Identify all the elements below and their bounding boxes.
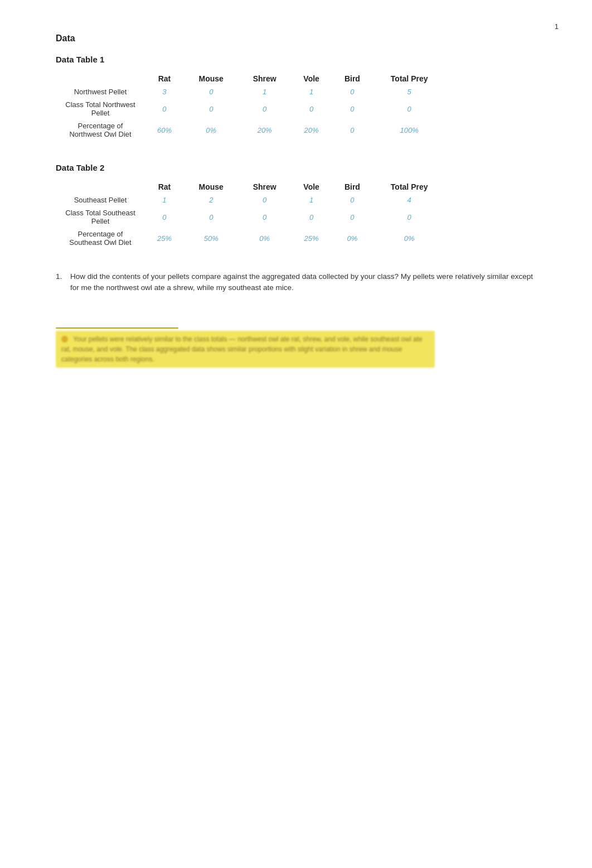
table2-col-total: Total Prey — [372, 180, 446, 194]
table1-row-2: Percentage of Northwest Owl Diet 60% 0% … — [56, 119, 446, 141]
table1-row1-bird: 0 — [332, 98, 372, 119]
table2-header-row: Rat Mouse Shrew Vole Bird Total Prey — [56, 180, 446, 194]
table1-row2-label: Percentage of Northwest Owl Diet — [56, 119, 145, 141]
table2-row0-total: 4 — [372, 194, 446, 206]
table2-row2-shrew: 0% — [239, 228, 291, 249]
table1-col-shrew: Shrew — [239, 72, 291, 85]
question-1-number: 1. — [56, 271, 66, 294]
table2-row0-bird: 0 — [332, 194, 372, 206]
table2-row0-mouse: 2 — [184, 194, 239, 206]
table1-row0-total: 5 — [372, 85, 446, 98]
table1: Rat Mouse Shrew Vole Bird Total Prey Nor… — [56, 72, 446, 141]
table2-row0-shrew: 0 — [239, 194, 291, 206]
table1-row0-label: Northwest Pellet — [56, 85, 145, 98]
table1-row1-total: 0 — [372, 98, 446, 119]
table1-row2-vole: 20% — [291, 119, 332, 141]
table2-col-rat: Rat — [145, 180, 184, 194]
table1-row2-mouse: 0% — [184, 119, 239, 141]
page-number: 1 — [555, 22, 559, 31]
table1-row0-rat: 3 — [145, 85, 184, 98]
table2-col-shrew: Shrew — [239, 180, 291, 194]
annotation-area: Your pellets were relatively similar to … — [56, 327, 536, 368]
table2-row1-mouse: 0 — [184, 206, 239, 228]
table1-row2-total: 100% — [372, 119, 446, 141]
table2-row1-label: Class Total Southeast Pellet — [56, 206, 145, 228]
table1-col-label — [56, 72, 145, 85]
table2-row-0: Southeast Pellet 1 2 0 1 0 4 — [56, 194, 446, 206]
question-1: 1. How did the contents of your pellets … — [56, 271, 536, 294]
table2-row1-rat: 0 — [145, 206, 184, 228]
table2-row2-rat: 25% — [145, 228, 184, 249]
table2-row2-mouse: 50% — [184, 228, 239, 249]
table1-row2-bird: 0 — [332, 119, 372, 141]
table2-col-label — [56, 180, 145, 194]
table1-row1-label: Class Total Northwest Pellet — [56, 98, 145, 119]
table2-row1-shrew: 0 — [239, 206, 291, 228]
table2-col-mouse: Mouse — [184, 180, 239, 194]
table1-row1-shrew: 0 — [239, 98, 291, 119]
annotation-dot — [61, 336, 68, 343]
table1-row1-rat: 0 — [145, 98, 184, 119]
questions-section: 1. How did the contents of your pellets … — [56, 271, 536, 294]
table2-row-1: Class Total Southeast Pellet 0 0 0 0 0 0 — [56, 206, 446, 228]
table1-header-row: Rat Mouse Shrew Vole Bird Total Prey — [56, 72, 446, 85]
table2-row0-label: Southeast Pellet — [56, 194, 145, 206]
table1-row1-vole: 0 — [291, 98, 332, 119]
table2-row2-label: Percentage of Southeast Owl Diet — [56, 228, 145, 249]
table1-col-mouse: Mouse — [184, 72, 239, 85]
table1-row0-vole: 1 — [291, 85, 332, 98]
table2-row1-bird: 0 — [332, 206, 372, 228]
table1-col-vole: Vole — [291, 72, 332, 85]
annotation-highlight-text: Your pellets were relatively similar to … — [61, 335, 423, 363]
table2-row-2: Percentage of Southeast Owl Diet 25% 50%… — [56, 228, 446, 249]
table2-row2-vole: 25% — [291, 228, 332, 249]
table2-row2-bird: 0% — [332, 228, 372, 249]
table2-col-vole: Vole — [291, 180, 332, 194]
table1-row2-shrew: 20% — [239, 119, 291, 141]
table1-col-rat: Rat — [145, 72, 184, 85]
table1-col-total: Total Prey — [372, 72, 446, 85]
table2-row1-total: 0 — [372, 206, 446, 228]
main-section-title: Data — [56, 33, 536, 44]
table2-row0-vole: 1 — [291, 194, 332, 206]
table2-row2-total: 0% — [372, 228, 446, 249]
table1-row0-bird: 0 — [332, 85, 372, 98]
data-table-1-section: Data Table 1 Rat Mouse Shrew Vole Bird T… — [56, 55, 536, 141]
page-container: 1 Data Data Table 1 Rat Mouse Shrew Vole… — [0, 0, 592, 401]
table1-row-1: Class Total Northwest Pellet 0 0 0 0 0 0 — [56, 98, 446, 119]
table1-row-0: Northwest Pellet 3 0 1 1 0 5 — [56, 85, 446, 98]
table1-row0-mouse: 0 — [184, 85, 239, 98]
table2-title: Data Table 2 — [56, 163, 536, 172]
table2-col-bird: Bird — [332, 180, 372, 194]
question-1-text: How did the contents of your pellets com… — [70, 271, 536, 294]
table1-row2-rat: 60% — [145, 119, 184, 141]
table2: Rat Mouse Shrew Vole Bird Total Prey Sou… — [56, 180, 446, 249]
table1-title: Data Table 1 — [56, 55, 536, 64]
annotation-highlight: Your pellets were relatively similar to … — [56, 331, 435, 368]
table2-row1-vole: 0 — [291, 206, 332, 228]
table1-row1-mouse: 0 — [184, 98, 239, 119]
table1-col-bird: Bird — [332, 72, 372, 85]
data-heading: Data — [56, 33, 536, 44]
table2-row0-rat: 1 — [145, 194, 184, 206]
annotation-underline — [56, 327, 178, 329]
table1-row0-shrew: 1 — [239, 85, 291, 98]
data-table-2-section: Data Table 2 Rat Mouse Shrew Vole Bird T… — [56, 163, 536, 249]
